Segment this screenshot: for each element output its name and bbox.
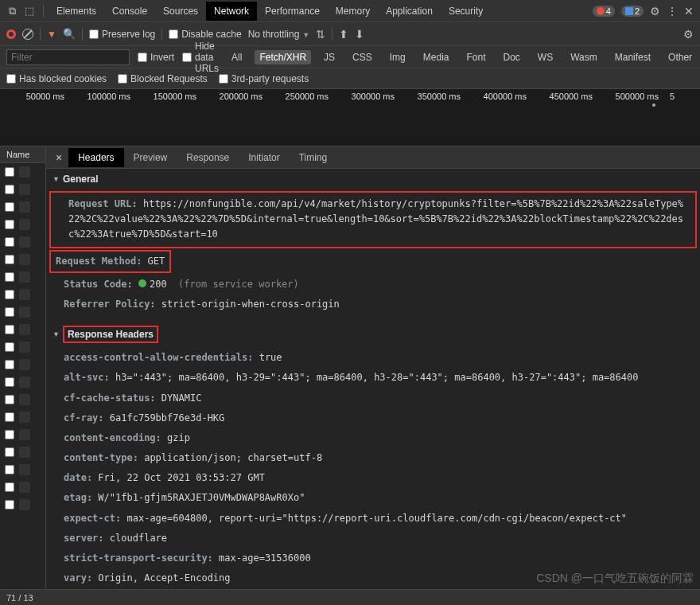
file-icon xyxy=(19,184,30,195)
request-row[interactable] xyxy=(0,478,45,496)
row-checkbox[interactable] xyxy=(5,325,14,334)
detail-tab-timing[interactable]: Timing xyxy=(290,148,337,167)
network-settings-icon[interactable]: ⚙ xyxy=(683,28,694,41)
request-row[interactable] xyxy=(0,233,45,251)
request-row[interactable] xyxy=(0,391,45,408)
type-js[interactable]: JS xyxy=(319,50,340,64)
blocked-cookies-checkbox[interactable]: Has blocked cookies xyxy=(6,73,107,84)
request-row[interactable] xyxy=(0,216,45,233)
row-checkbox[interactable] xyxy=(5,220,14,229)
detail-tab-response[interactable]: Response xyxy=(177,148,239,167)
network-conditions-icon[interactable]: ⇅ xyxy=(316,28,325,41)
row-checkbox[interactable] xyxy=(5,290,14,299)
tab-memory[interactable]: Memory xyxy=(328,2,378,21)
info-badge[interactable]: 2 xyxy=(621,6,644,17)
request-row[interactable] xyxy=(0,321,45,338)
type-doc[interactable]: Doc xyxy=(498,50,524,64)
type-wasm[interactable]: Wasm xyxy=(566,50,602,64)
request-row[interactable] xyxy=(0,181,45,198)
download-har-icon[interactable]: ⬇ xyxy=(355,28,364,41)
detail-tab-initiator[interactable]: Initiator xyxy=(239,148,289,167)
referrer-value: strict-origin-when-cross-origin xyxy=(161,299,340,310)
row-checkbox[interactable] xyxy=(5,237,14,247)
search-icon[interactable]: 🔍 xyxy=(63,28,76,40)
record-icon[interactable] xyxy=(6,29,16,39)
tab-network[interactable]: Network xyxy=(206,2,257,21)
request-row[interactable] xyxy=(0,286,45,303)
type-img[interactable]: Img xyxy=(385,50,410,64)
error-badge[interactable]: 4 xyxy=(593,6,615,17)
type-other[interactable]: Other xyxy=(663,50,697,64)
response-headers-header[interactable]: ▼Response Headers xyxy=(46,321,700,348)
request-row[interactable] xyxy=(0,426,45,443)
row-checkbox[interactable] xyxy=(5,430,14,439)
row-checkbox[interactable] xyxy=(5,272,14,282)
detail-tab-preview[interactable]: Preview xyxy=(124,148,177,167)
row-checkbox[interactable] xyxy=(5,360,14,369)
tab-sources[interactable]: Sources xyxy=(155,2,206,21)
row-checkbox[interactable] xyxy=(5,447,14,457)
more-icon[interactable]: ⋮ xyxy=(667,5,678,18)
request-row[interactable] xyxy=(0,408,45,426)
response-header-row: cf-ray: 6a1fc759bbf76e3d-HKG xyxy=(46,408,700,428)
throttling-select[interactable]: No throttling▼ xyxy=(248,29,310,40)
disable-cache-checkbox[interactable]: Disable cache xyxy=(169,29,241,40)
invert-checkbox[interactable]: Invert xyxy=(138,52,174,63)
detail-tab-headers[interactable]: Headers xyxy=(68,148,123,167)
row-checkbox[interactable] xyxy=(5,202,14,212)
type-font[interactable]: Font xyxy=(461,50,490,64)
request-row[interactable] xyxy=(0,303,45,321)
row-checkbox[interactable] xyxy=(5,185,14,194)
tab-application[interactable]: Application xyxy=(378,2,441,21)
type-fetch-xhr[interactable]: Fetch/XHR xyxy=(255,50,311,64)
row-checkbox[interactable] xyxy=(5,307,14,317)
third-party-checkbox[interactable]: 3rd-party requests xyxy=(219,73,309,84)
filter-icon[interactable]: ▼ xyxy=(47,29,56,40)
row-checkbox[interactable] xyxy=(5,167,14,177)
tab-performance[interactable]: Performance xyxy=(257,2,328,21)
tab-console[interactable]: Console xyxy=(104,2,155,21)
request-row[interactable] xyxy=(0,496,45,513)
type-all[interactable]: All xyxy=(227,50,247,64)
tab-elements[interactable]: Elements xyxy=(49,2,104,21)
row-checkbox[interactable] xyxy=(5,377,14,387)
row-checkbox[interactable] xyxy=(5,412,14,422)
row-checkbox[interactable] xyxy=(5,500,14,509)
request-row[interactable] xyxy=(0,461,45,478)
request-row[interactable] xyxy=(0,356,45,373)
separator xyxy=(40,28,41,41)
request-row[interactable] xyxy=(0,373,45,391)
close-detail-icon[interactable]: × xyxy=(49,151,68,164)
close-devtools-icon[interactable]: ✕ xyxy=(684,5,694,18)
preserve-log-checkbox[interactable]: Preserve log xyxy=(89,29,155,40)
blocked-requests-checkbox[interactable]: Blocked Requests xyxy=(118,73,208,84)
row-checkbox[interactable] xyxy=(5,465,14,474)
tab-security[interactable]: Security xyxy=(441,2,491,21)
clear-icon[interactable] xyxy=(22,29,33,40)
settings-icon[interactable]: ⚙ xyxy=(650,5,660,18)
row-checkbox[interactable] xyxy=(5,482,14,492)
inspect-icon[interactable]: ⧉ xyxy=(3,5,21,18)
row-checkbox[interactable] xyxy=(5,395,14,404)
request-row[interactable] xyxy=(0,251,45,268)
network-timeline[interactable]: 50000 ms100000 ms150000 ms 200000 ms2500… xyxy=(0,89,700,146)
file-icon xyxy=(19,166,30,178)
upload-har-icon[interactable]: ⬆ xyxy=(339,28,348,41)
name-header[interactable]: Name xyxy=(0,146,45,163)
error-count: 4 xyxy=(606,6,611,16)
request-row[interactable] xyxy=(0,338,45,356)
row-checkbox[interactable] xyxy=(5,255,14,264)
type-manifest[interactable]: Manifest xyxy=(610,50,655,64)
device-toggle-icon[interactable]: ⬚ xyxy=(21,5,38,17)
request-row[interactable] xyxy=(0,163,45,181)
type-media[interactable]: Media xyxy=(418,50,454,64)
type-ws[interactable]: WS xyxy=(533,50,558,64)
request-row[interactable] xyxy=(0,443,45,461)
general-section-header[interactable]: ▼General xyxy=(46,169,700,189)
type-css[interactable]: CSS xyxy=(348,50,377,64)
request-row[interactable] xyxy=(0,198,45,216)
row-checkbox[interactable] xyxy=(5,342,14,352)
filter-input[interactable] xyxy=(6,49,130,65)
request-row[interactable] xyxy=(0,268,45,286)
hide-data-urls-checkbox[interactable]: Hide data URLs xyxy=(182,41,219,74)
